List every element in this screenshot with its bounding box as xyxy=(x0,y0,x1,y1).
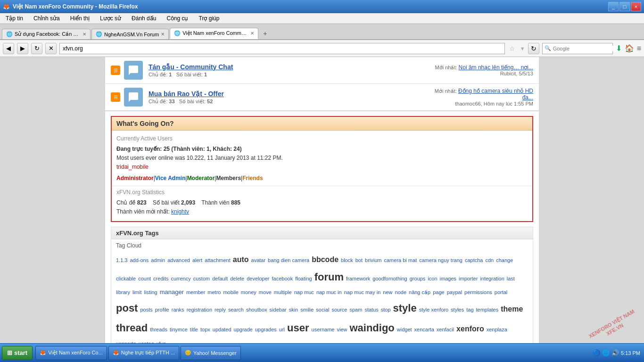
menu-taptin[interactable]: Tập tin xyxy=(3,14,26,23)
tag-link[interactable]: style xyxy=(393,298,417,318)
tag-link[interactable]: upgrades xyxy=(255,325,277,335)
tag-link[interactable]: posts xyxy=(140,305,152,315)
tag-link[interactable]: move xyxy=(259,288,272,297)
tag-link[interactable]: cdn xyxy=(485,255,494,265)
online-user-link[interactable]: tridai_mobile xyxy=(116,164,149,170)
sidebar-icon[interactable]: ≡ xyxy=(637,44,641,53)
forum-title-tangau[interactable]: Tán gẫu - Community Chat xyxy=(149,63,233,71)
tag-link[interactable]: brivium xyxy=(365,255,381,265)
tag-link[interactable]: change xyxy=(496,255,513,265)
bookmark-star-icon[interactable]: ☆ xyxy=(508,43,517,54)
back-button[interactable]: ◀ xyxy=(3,43,14,54)
tag-link[interactable]: custom xyxy=(193,274,210,284)
tab1-close[interactable]: ✕ xyxy=(83,32,86,37)
tag-link[interactable]: nap muc xyxy=(294,288,314,297)
tab-1[interactable]: 🌐 Sử dụng Facebook: Cần có định hướng đ.… xyxy=(2,29,91,39)
role-mod[interactable]: Moderator xyxy=(187,174,215,183)
tag-link[interactable]: style xenforo xyxy=(419,305,448,315)
home-icon[interactable]: 🏠 xyxy=(625,44,634,53)
tag-link[interactable]: upgrade xyxy=(234,325,253,335)
tag-link[interactable]: images xyxy=(440,274,456,284)
tag-link[interactable]: delete xyxy=(230,274,244,284)
tag-link[interactable]: admin xyxy=(151,255,165,265)
tag-link[interactable]: bang dien camera xyxy=(268,255,309,265)
tag-link[interactable]: metro xyxy=(207,288,221,297)
stop-button[interactable]: ✕ xyxy=(45,43,57,54)
tag-link[interactable]: thread xyxy=(116,318,148,338)
role-admin[interactable]: Administrator xyxy=(116,174,154,183)
menu-chinhtam[interactable]: Chỉnh sửa xyxy=(31,14,63,23)
tag-link[interactable]: node xyxy=(395,288,406,297)
tag-link[interactable]: multiple xyxy=(274,288,292,297)
close-button[interactable]: × xyxy=(631,2,641,11)
tag-link[interactable]: stop xyxy=(381,305,391,315)
tag-link[interactable]: topx xyxy=(200,325,210,335)
tag-link[interactable]: clickable xyxy=(116,274,136,284)
new-tab-button[interactable]: + xyxy=(259,28,271,39)
tag-link[interactable]: 1.1.3 xyxy=(116,255,127,265)
tag-link[interactable]: xenplaza xyxy=(487,325,507,335)
tag-link[interactable]: view xyxy=(337,325,347,335)
tag-link[interactable]: floating xyxy=(295,274,312,284)
tag-link[interactable]: nâng cấp xyxy=(409,288,430,297)
tag-link[interactable]: goodfornothing xyxy=(372,274,407,284)
tag-link[interactable]: reply xyxy=(215,305,226,315)
download-icon[interactable]: ⬇ xyxy=(616,44,622,53)
tag-link[interactable]: registration xyxy=(187,305,212,315)
tag-link[interactable]: portal xyxy=(495,288,508,297)
tab2-close[interactable]: ✕ xyxy=(161,32,165,37)
tag-link[interactable]: icon xyxy=(428,274,437,284)
tag-link[interactable]: tag xyxy=(466,305,473,315)
tag-link[interactable]: xenforo xyxy=(456,322,484,336)
menu-congtoo[interactable]: Công cụ xyxy=(164,14,191,23)
tag-link[interactable]: bot xyxy=(355,255,363,265)
tag-link[interactable]: widget xyxy=(397,325,412,335)
tag-link[interactable]: nap muc may in xyxy=(344,288,381,297)
tag-link[interactable]: status xyxy=(364,305,378,315)
minimize-button[interactable]: _ xyxy=(608,2,619,11)
arrow-down-icon[interactable]: ▼ xyxy=(520,46,525,51)
tag-link[interactable]: waindigo xyxy=(349,318,394,338)
search-input[interactable] xyxy=(553,46,618,51)
tag-link[interactable]: importer xyxy=(459,274,478,284)
tag-link[interactable]: camera nguy trang xyxy=(419,255,462,265)
tag-link[interactable]: captcha xyxy=(465,255,483,265)
tag-link[interactable]: skin xyxy=(289,305,298,315)
tag-link[interactable]: manager xyxy=(160,287,184,298)
tag-link[interactable]: currency xyxy=(171,274,191,284)
tag-link[interactable]: shoutbox xyxy=(246,305,267,315)
menu-danh-dau[interactable]: Đánh dấu xyxy=(129,14,159,23)
tag-link[interactable]: threads xyxy=(150,325,167,335)
tag-link[interactable]: developer xyxy=(247,274,269,284)
address-input[interactable] xyxy=(59,43,505,54)
window-controls[interactable]: _ □ × xyxy=(608,2,641,11)
tag-link[interactable]: post xyxy=(116,298,138,318)
tag-link[interactable]: attachment xyxy=(205,255,230,265)
tag-link[interactable]: user xyxy=(287,318,309,338)
menu-luocsu[interactable]: Lược sử xyxy=(97,14,124,23)
tag-link[interactable]: paypal xyxy=(447,288,462,297)
tag-link[interactable]: advanced xyxy=(167,255,190,265)
role-friends[interactable]: Friends xyxy=(242,174,263,183)
tag-link[interactable]: last xyxy=(507,274,515,284)
tag-link[interactable]: url xyxy=(279,325,285,335)
tag-link[interactable]: tinymce xyxy=(170,325,188,335)
tag-link[interactable]: framework xyxy=(346,274,370,284)
tag-link[interactable]: social xyxy=(316,305,329,315)
menu-hienthi[interactable]: Hiển thị xyxy=(67,14,92,23)
tag-link[interactable]: new xyxy=(383,288,392,297)
role-viceadmin[interactable]: Vice Admin xyxy=(155,174,186,183)
tag-link[interactable]: styles xyxy=(451,305,464,315)
tag-link[interactable]: title xyxy=(190,325,198,335)
tag-link[interactable]: xenfacil xyxy=(437,325,454,335)
forward-button[interactable]: ▶ xyxy=(17,43,28,54)
tag-link[interactable]: updated xyxy=(213,325,231,335)
tab3-close[interactable]: ✕ xyxy=(250,31,254,36)
tag-link[interactable]: facebook xyxy=(272,274,293,284)
tag-link[interactable]: ranks xyxy=(172,305,184,315)
tab-2[interactable]: 🌐 NgheAnGSM.Vn Forum ✕ xyxy=(91,29,169,39)
reload-button[interactable]: ↻ xyxy=(31,43,42,54)
tab-3[interactable]: 🌐 Việt Nam xenForo Community ✕ xyxy=(170,28,258,39)
search-box[interactable]: 🔍 xyxy=(542,43,613,54)
tag-link[interactable]: avatar xyxy=(251,255,266,265)
